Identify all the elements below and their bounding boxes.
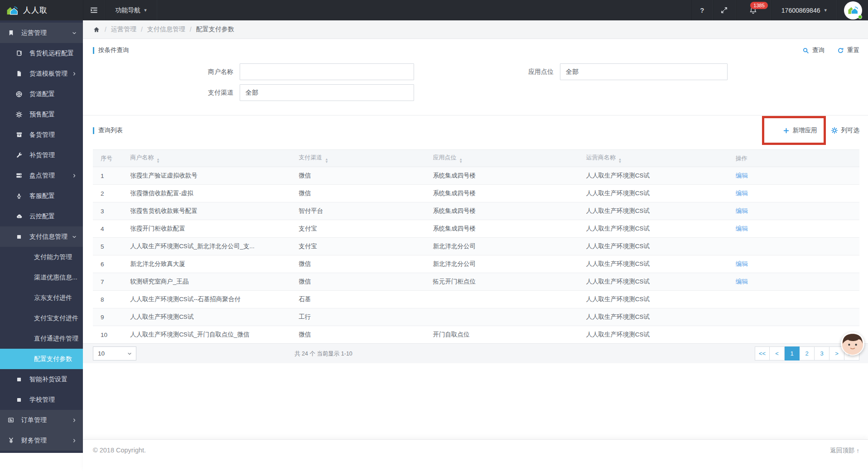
sidebar-item-label: 学校管理	[29, 396, 55, 404]
cell-text: 支付宝	[299, 243, 317, 250]
table-row: 7软测研究室商户_王晶微信拓元开门柜点位人人取生产环境测CS试编辑	[93, 273, 859, 291]
table-cell: 张霞微信收款配置-虚拟	[127, 185, 296, 202]
query-section-title: 按条件查询	[93, 46, 129, 54]
cell-text: 石基	[299, 296, 311, 303]
breadcrumb-item[interactable]: 支付信息管理	[147, 25, 185, 34]
edit-link[interactable]: 编辑	[736, 172, 748, 179]
sidebar-item-label: 支付信息管理	[29, 233, 68, 241]
table-cell: 开门自取点位	[430, 326, 583, 344]
page-size-select[interactable]: 10	[93, 346, 136, 360]
sidebar-item-3[interactable]: 货道配置	[0, 84, 83, 104]
merchant-name-input[interactable]	[240, 63, 414, 80]
cell-text: 3	[101, 208, 104, 215]
sidebar-item-label: 直付通进件管理	[34, 335, 78, 343]
sidebar-item-20[interactable]: 财务管理	[0, 430, 83, 451]
sidebar-item-16[interactable]: 配置支付参数	[0, 349, 83, 369]
function-nav-dropdown[interactable]: 功能导航 ▾	[105, 0, 157, 20]
sidebar-item-14[interactable]: 支付宝支付进件	[0, 308, 83, 328]
sidebar-item-7[interactable]: 盘点管理	[0, 165, 83, 186]
sort-icon[interactable]: ▲▼	[618, 158, 622, 163]
sidebar-item-4[interactable]: 预售配置	[0, 104, 83, 125]
sidebar-item-15[interactable]: 直付通进件管理	[0, 328, 83, 349]
search-button[interactable]: 查询	[802, 46, 825, 54]
page-button-1[interactable]: 1	[785, 346, 800, 360]
notification-badge: 1385	[750, 2, 767, 9]
location-field: 应用点位	[504, 63, 728, 80]
edit-link[interactable]: 编辑	[736, 207, 748, 214]
sidebar-item-1[interactable]: 售货机远程配置	[0, 43, 83, 63]
column-header-5: 操作	[733, 150, 859, 167]
edit-link[interactable]: 编辑	[736, 190, 748, 197]
user-menu[interactable]: 17600869846 ▾	[771, 0, 837, 20]
topbar-spacer	[157, 0, 691, 20]
table-cell: 人人取生产环境测CS试_开门自取点位_微信	[127, 326, 296, 344]
help-button[interactable]: ?	[691, 0, 713, 20]
add-application-button[interactable]: 新增应用	[783, 126, 817, 135]
edit-link[interactable]: 编辑	[736, 260, 748, 267]
sidebar-item-8[interactable]: 客服配置	[0, 186, 83, 206]
lifering-icon	[14, 91, 24, 98]
column-header-label: 应用点位	[433, 154, 456, 161]
cell-text: 张霞开门柜收款配置	[130, 225, 185, 232]
user-avatar-button[interactable]	[837, 0, 868, 20]
breadcrumb-item[interactable]: 运营管理	[111, 25, 136, 34]
sidebar: 运营管理售货机远程配置货道模板管理货道配置预售配置备货管理补货管理盘点管理客服配…	[0, 20, 83, 453]
column-header-3: 应用点位▲▼	[430, 150, 583, 167]
sidebar-item-5[interactable]: 备货管理	[0, 125, 83, 145]
sidebar-item-17[interactable]: 智能补货设置	[0, 369, 83, 389]
page-button-2[interactable]: 2	[800, 346, 815, 360]
location-input[interactable]	[560, 63, 728, 80]
cell-text: 新北洋北分致真大厦	[130, 260, 185, 267]
back-to-top-button[interactable]: 返回顶部 ↑	[830, 447, 859, 455]
expand-icon	[720, 6, 728, 14]
list-section-title: 查询列表	[93, 126, 123, 135]
row-actions-cell	[733, 238, 859, 255]
cell-text: 微信	[299, 172, 311, 179]
edit-link[interactable]: 编辑	[736, 225, 748, 232]
sidebar-item-13[interactable]: 京东支付进件	[0, 288, 83, 308]
column-header-2: 支付渠道▲▼	[296, 150, 430, 167]
sort-icon[interactable]: ▲▼	[325, 158, 328, 163]
home-icon[interactable]	[93, 26, 100, 33]
reset-button[interactable]: 重置	[837, 46, 859, 54]
file-icon	[14, 70, 24, 77]
cell-text: 4	[101, 226, 104, 232]
table-cell: 支付宝	[296, 220, 430, 238]
page-button-<[interactable]: <	[770, 346, 785, 360]
cell-text: 人人取生产环境测CS试	[586, 243, 650, 250]
sidebar-item-19[interactable]: 订单管理	[0, 410, 83, 430]
sort-icon[interactable]: ▲▼	[156, 158, 159, 163]
sidebar-item-label: 京东支付进件	[34, 294, 72, 302]
table-cell: 1	[93, 167, 127, 185]
chevron-right-icon	[72, 173, 77, 178]
sidebar-item-2[interactable]: 货道模板管理	[0, 63, 83, 84]
cell-text: 人人取生产环境测CS试	[586, 278, 650, 285]
sidebar-item-12[interactable]: 渠道优惠信息...	[0, 267, 83, 288]
pay-channel-input[interactable]	[240, 84, 414, 101]
sidebar-item-10[interactable]: 支付信息管理	[0, 226, 83, 247]
cell-text: 人人取生产环境测CS试	[586, 172, 650, 179]
help-label: ?	[700, 6, 704, 14]
notifications-button[interactable]: 1385	[736, 0, 771, 20]
cell-text: 人人取生产环境测CS试	[130, 313, 193, 320]
sidebar-item-11[interactable]: 支付能力管理	[0, 247, 83, 267]
fullscreen-button[interactable]	[713, 0, 736, 20]
page-button-<<[interactable]: <<	[755, 346, 770, 360]
sort-icon[interactable]: ▲▼	[459, 158, 462, 163]
sidebar-item-6[interactable]: 补货管理	[0, 145, 83, 165]
sidebar-item-9[interactable]: 云控配置	[0, 206, 83, 226]
sidebar-item-18[interactable]: 学校管理	[0, 389, 83, 410]
server-icon	[14, 172, 24, 179]
table-cell: 微信	[296, 167, 430, 185]
assistant-avatar-button[interactable]	[841, 332, 864, 356]
sidebar-item-0[interactable]: 运营管理	[0, 23, 83, 43]
edit-link[interactable]: 编辑	[736, 278, 748, 285]
column-header-label: 支付渠道	[299, 154, 322, 161]
sidebar-item-label: 支付宝支付进件	[34, 314, 78, 322]
column-select-button[interactable]: 列可选	[831, 126, 860, 135]
assistant-face-icon	[841, 332, 864, 356]
page-button-3[interactable]: 3	[815, 346, 829, 360]
table-row: 2张霞微信收款配置-虚拟微信系统集成四号楼人人取生产环境测CS试编辑	[93, 185, 859, 202]
sidebar-toggle-button[interactable]	[83, 0, 105, 20]
brand[interactable]: 人人取	[0, 0, 83, 20]
